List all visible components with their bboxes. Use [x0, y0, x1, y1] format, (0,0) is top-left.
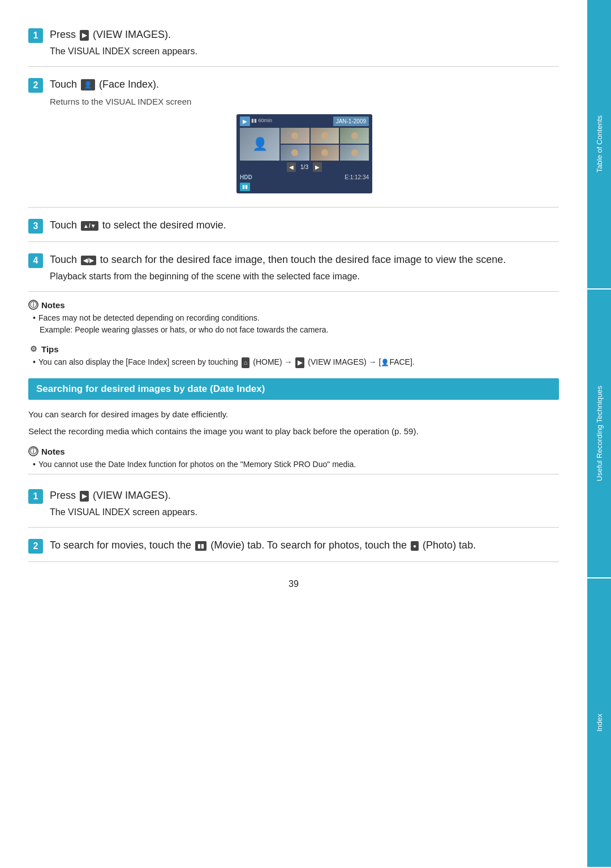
sidebar-recording-label: Useful Recording Techniques [595, 386, 604, 481]
step-2-row: 2 Touch 👤 (Face Index). Returns to the V… [28, 77, 559, 199]
step-1-number: 1 [28, 28, 43, 43]
camera-grid-container: 👤 [240, 128, 369, 161]
step-3-row: 3 Touch ▲/▼ to select the desired movie. [28, 218, 559, 234]
camera-screen: ▶ ▮▮ 60min JAN-1-2009 👤 [236, 114, 372, 194]
sidebar: Table of Contents Useful Recording Techn… [587, 0, 611, 868]
notes-2-title: ⓘ Notes [28, 446, 559, 456]
step-2-label: (Face Index). [99, 79, 159, 90]
section-2-body-1: You can search for desired images by dat… [28, 408, 559, 421]
notes-1-block: ⓘ Notes Faces may not be detected depend… [28, 300, 559, 336]
step-3-label: to select the desired movie. [102, 219, 226, 231]
step-4-number: 4 [28, 253, 43, 268]
step-4-block: 4 Touch ◀/▶ to search for the desired fa… [28, 242, 559, 292]
tape-icon: ▮▮ [240, 182, 369, 192]
date-display: JAN-1-2009 [333, 116, 369, 126]
step-1-row: 1 Press ▶ (VIEW IMAGES). The VISUAL INDE… [28, 27, 559, 58]
face-cell-6 [340, 145, 369, 161]
s2-step-1-content: Press ▶ (VIEW IMAGES). The VISUAL INDEX … [50, 488, 559, 519]
sidebar-tab-toc[interactable]: Table of Contents [587, 0, 611, 288]
step-4-action: Touch [50, 254, 77, 265]
step-1-block: 1 Press ▶ (VIEW IMAGES). The VISUAL INDE… [28, 17, 559, 67]
sidebar-tab-index[interactable]: Index [587, 578, 611, 867]
step-1-sub: The VISUAL INDEX screen appears. [50, 45, 559, 58]
nav-next: ▶ [313, 162, 322, 172]
step-1-action: Press [50, 29, 76, 40]
sidebar-index-label: Index [595, 714, 604, 732]
notes-2-icon: ⓘ [28, 446, 38, 456]
step-4-label: to search for the desired face image, th… [100, 254, 506, 265]
step-4-content: Touch ◀/▶ to search for the desired face… [50, 252, 559, 283]
step-2-content: Touch 👤 (Face Index). Returns to the VIS… [50, 77, 559, 199]
camera-bottom-bar: HDD E:1:12:34 [240, 173, 369, 182]
prev-next-icon-3: ▲/▼ [81, 221, 98, 231]
face-index-icon: 👤 [81, 79, 95, 90]
tips-1-title: ⚙ Tips [28, 344, 559, 354]
camera-icons: ▶ ▮▮ 60min [240, 116, 272, 126]
s2-step-1-number: 1 [28, 489, 43, 504]
face-icon-tip: 👤 [381, 359, 389, 366]
s2-step-1-row: 1 Press ▶ (VIEW IMAGES). The VISUAL INDE… [28, 488, 559, 519]
s2-step-2-block: 2 To search for movies, touch the ▮▮ (Mo… [28, 528, 559, 562]
step-2-action: Touch [50, 79, 77, 90]
notes-2-label: Notes [41, 447, 65, 456]
page-number: 39 [28, 579, 559, 589]
large-face-image: 👤 [240, 128, 279, 161]
face-cell-5 [311, 145, 339, 161]
s2-step-2-row: 2 To search for movies, touch the ▮▮ (Mo… [28, 538, 559, 554]
s2-step-2-content: To search for movies, touch the ▮▮ (Movi… [50, 538, 559, 553]
step-2-sub: Returns to the VISUAL INDEX screen [50, 96, 559, 109]
timestamp: E:1:12:34 [345, 173, 369, 182]
divider-1 [28, 474, 559, 474]
step-2-number: 2 [28, 78, 43, 93]
face-grid [281, 128, 369, 161]
step-3-block: 3 Touch ▲/▼ to select the desired movie. [28, 208, 559, 242]
face-cell-3 [340, 128, 369, 144]
tips-1-block: ⚙ Tips You can also display the [Face In… [28, 344, 559, 368]
home-icon: ⌂ [242, 357, 250, 368]
notes-2-item-1: You cannot use the Date Index function f… [33, 459, 559, 470]
sidebar-tab-recording[interactable]: Useful Recording Techniques [587, 290, 611, 578]
nav-bar: ◀ 1/3 ▶ [240, 162, 369, 172]
step-3-content: Touch ▲/▼ to select the desired movie. [50, 218, 559, 233]
notes-1-label: Notes [41, 300, 65, 310]
notes-2-block: ⓘ Notes You cannot use the Date Index fu… [28, 446, 559, 470]
sidebar-toc-label: Table of Contents [595, 115, 604, 172]
view-images-icon-1: ▶ [80, 30, 89, 41]
face-cell-4 [281, 145, 309, 161]
movie-tab-icon: ▮▮ [195, 541, 206, 551]
step-1-label: (VIEW IMAGES). [93, 29, 171, 40]
s2-step-2-number: 2 [28, 539, 43, 554]
tips-1-item-1: You can also display the [Face Index] sc… [33, 356, 559, 368]
s2-step-2-action: To search for movies, touch the [50, 539, 191, 551]
s2-step-1-sub: The VISUAL INDEX screen appears. [50, 506, 559, 519]
tips-1-icon: ⚙ [28, 344, 38, 354]
nav-counter: 1/3 [300, 163, 308, 171]
step-4-row: 4 Touch ◀/▶ to search for the desired fa… [28, 252, 559, 283]
camera-screen-top: ▶ ▮▮ 60min JAN-1-2009 [240, 116, 369, 126]
s2-step-1-action: Press [50, 490, 76, 501]
main-content: 1 Press ▶ (VIEW IMAGES). The VISUAL INDE… [0, 0, 587, 868]
notes-1-item-1: Faces may not be detected depending on r… [33, 312, 559, 324]
s2-step-2-end: (Photo) tab. [423, 539, 476, 551]
s2-step-2-middle: (Movie) tab. To search for photos, touch… [210, 539, 407, 551]
step-3-action: Touch [50, 219, 77, 231]
play-btn-icon: ▶ [240, 116, 250, 126]
prev-next-icon-4: ◀/▶ [81, 256, 96, 265]
s2-step-1-label: (VIEW IMAGES). [93, 490, 171, 501]
hdd-label: HDD [240, 173, 252, 182]
section-2-header: Searching for desired images by date (Da… [28, 378, 559, 400]
step-2-block: 2 Touch 👤 (Face Index). Returns to the V… [28, 67, 559, 208]
notes-1-icon: ⓘ [28, 300, 38, 310]
view-images-icon-s2: ▶ [80, 491, 89, 502]
notes-1-item-2: Example: People wearing glasses or hats,… [40, 324, 559, 336]
view-images-icon-tip: ▶ [295, 357, 304, 368]
step-3-number: 3 [28, 219, 43, 234]
step-4-sub: Playback starts from the beginning of th… [50, 270, 559, 283]
time-display: ▮▮ 60min [251, 117, 272, 125]
section-2-body-2: Select the recording media which contain… [28, 425, 559, 438]
face-cell-2 [311, 128, 339, 144]
nav-prev: ◀ [287, 162, 296, 172]
tips-1-label: Tips [41, 344, 59, 354]
step-1-content: Press ▶ (VIEW IMAGES). The VISUAL INDEX … [50, 27, 559, 58]
notes-1-title: ⓘ Notes [28, 300, 559, 310]
